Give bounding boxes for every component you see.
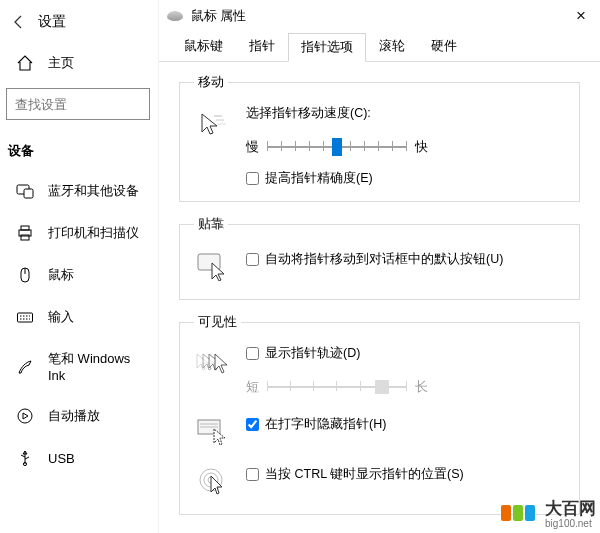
sidebar-list: 蓝牙和其他设备 打印机和扫描仪 鼠标 输入 笔和 Windows Ink bbox=[0, 170, 158, 479]
pointer-trails-checkbox[interactable] bbox=[246, 347, 259, 360]
close-icon[interactable]: × bbox=[570, 6, 592, 26]
sidebar-item-label: 鼠标 bbox=[48, 266, 74, 284]
group-visibility-legend: 可见性 bbox=[194, 314, 241, 331]
hide-while-typing-checkbox[interactable] bbox=[246, 418, 259, 431]
bluetooth-devices-icon bbox=[16, 182, 34, 200]
pointer-speed-label: 选择指针移动速度(C): bbox=[246, 105, 565, 122]
sidebar-item-bluetooth[interactable]: 蓝牙和其他设备 bbox=[0, 170, 158, 212]
enhance-precision-row[interactable]: 提高指针精确度(E) bbox=[246, 170, 565, 187]
sidebar-item-label: 打印机和扫描仪 bbox=[48, 224, 139, 242]
ctrl-locate-row[interactable]: 当按 CTRL 键时显示指针的位置(S) bbox=[246, 466, 565, 483]
tab-strip: 鼠标键 指针 指针选项 滚轮 硬件 bbox=[159, 32, 600, 62]
watermark-domain: big100.net bbox=[545, 518, 596, 529]
tab-wheel[interactable]: 滚轮 bbox=[366, 32, 418, 61]
enhance-precision-checkbox[interactable] bbox=[246, 172, 259, 185]
dialog-body: 移动 选择指针移动速度(C): 慢 bbox=[159, 62, 600, 515]
sidebar-item-label: 输入 bbox=[48, 308, 74, 326]
search-wrap bbox=[0, 82, 158, 132]
pointer-speed-slider[interactable] bbox=[267, 134, 407, 160]
autoplay-icon bbox=[16, 407, 34, 425]
ctrl-locate-label: 当按 CTRL 键时显示指针的位置(S) bbox=[265, 466, 464, 483]
tab-pointers[interactable]: 指针 bbox=[236, 32, 288, 61]
sidebar-item-autoplay[interactable]: 自动播放 bbox=[0, 395, 158, 437]
sidebar-item-label: USB bbox=[48, 451, 75, 466]
home-icon bbox=[16, 54, 34, 72]
sidebar-item-printers[interactable]: 打印机和扫描仪 bbox=[0, 212, 158, 254]
group-snap-legend: 贴靠 bbox=[194, 216, 228, 233]
pointer-trails-row[interactable]: 显示指针轨迹(D) bbox=[246, 345, 565, 362]
tab-buttons[interactable]: 鼠标键 bbox=[171, 32, 236, 61]
settings-header: 设置 bbox=[0, 0, 158, 44]
mouse-properties-dialog: 鼠标 属性 × 鼠标键 指针 指针选项 滚轮 硬件 移动 bbox=[158, 0, 600, 533]
svg-rect-1 bbox=[24, 189, 33, 198]
group-motion-legend: 移动 bbox=[194, 74, 228, 91]
watermark-brand: 大百网 bbox=[545, 497, 596, 520]
pen-icon bbox=[16, 358, 34, 376]
trails-long-label: 长 bbox=[415, 379, 428, 396]
hide-while-typing-row[interactable]: 在打字时隐藏指针(H) bbox=[246, 416, 565, 433]
hide-while-typing-label: 在打字时隐藏指针(H) bbox=[265, 416, 386, 433]
pointer-trails-icon bbox=[194, 345, 232, 383]
dialog-title-bar: 鼠标 属性 × bbox=[159, 0, 600, 32]
search-input[interactable] bbox=[6, 88, 150, 120]
sidebar-item-label: 笔和 Windows Ink bbox=[48, 350, 142, 383]
sidebar-item-mouse[interactable]: 鼠标 bbox=[0, 254, 158, 296]
snap-to-icon bbox=[194, 247, 232, 285]
mouse-titlebar-icon bbox=[167, 11, 183, 21]
slider-slow-label: 慢 bbox=[246, 139, 259, 156]
tab-hardware[interactable]: 硬件 bbox=[418, 32, 470, 61]
sidebar-category: 设备 bbox=[0, 132, 158, 170]
group-motion: 移动 选择指针移动速度(C): 慢 bbox=[179, 74, 580, 202]
svg-rect-3 bbox=[21, 226, 29, 230]
sidebar-item-pen[interactable]: 笔和 Windows Ink bbox=[0, 338, 158, 395]
sidebar-item-usb[interactable]: USB bbox=[0, 437, 158, 479]
group-visibility: 可见性 显示指针轨迹(D) bbox=[179, 314, 580, 515]
sidebar-item-label: 蓝牙和其他设备 bbox=[48, 182, 139, 200]
sidebar-item-label: 自动播放 bbox=[48, 407, 100, 425]
enhance-precision-label: 提高指针精确度(E) bbox=[265, 170, 373, 187]
hide-while-typing-icon bbox=[194, 412, 232, 450]
sidebar-item-typing[interactable]: 输入 bbox=[0, 296, 158, 338]
watermark-logo-icon bbox=[501, 505, 535, 521]
printer-icon bbox=[16, 224, 34, 242]
pointer-trails-slider bbox=[267, 374, 407, 400]
snap-to-checkbox[interactable] bbox=[246, 253, 259, 266]
ctrl-locate-icon bbox=[194, 462, 232, 500]
tab-pointer-options[interactable]: 指针选项 bbox=[288, 33, 366, 62]
snap-to-row[interactable]: 自动将指针移动到对话框中的默认按钮(U) bbox=[246, 251, 565, 268]
settings-title: 设置 bbox=[38, 13, 66, 31]
dialog-title: 鼠标 属性 bbox=[191, 8, 246, 25]
group-snap: 贴靠 自动将指针移动到对话框中的默认按钮(U) bbox=[179, 216, 580, 300]
snap-to-label: 自动将指针移动到对话框中的默认按钮(U) bbox=[265, 251, 503, 268]
ctrl-locate-checkbox[interactable] bbox=[246, 468, 259, 481]
mouse-icon bbox=[16, 266, 34, 284]
pointer-speed-icon bbox=[194, 105, 232, 143]
pointer-trails-label: 显示指针轨迹(D) bbox=[265, 345, 360, 362]
keyboard-icon bbox=[16, 308, 34, 326]
back-icon[interactable] bbox=[10, 13, 28, 31]
watermark: 大百网 big100.net bbox=[501, 497, 596, 529]
usb-icon bbox=[16, 449, 34, 467]
sidebar-item-home[interactable]: 主页 bbox=[0, 44, 158, 82]
svg-point-10 bbox=[18, 409, 32, 423]
svg-rect-7 bbox=[18, 313, 33, 322]
sidebar-item-label: 主页 bbox=[48, 54, 74, 72]
slider-fast-label: 快 bbox=[415, 139, 428, 156]
trails-short-label: 短 bbox=[246, 379, 259, 396]
settings-sidebar: 设置 主页 设备 蓝牙和其他设备 打印机和扫描仪 鼠标 bbox=[0, 0, 158, 533]
